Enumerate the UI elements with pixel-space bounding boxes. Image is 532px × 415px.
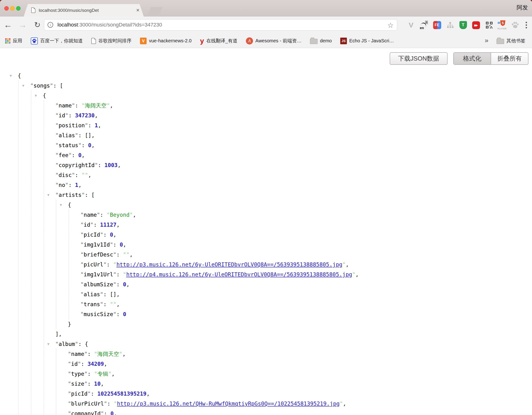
paw-extension-icon[interactable] [509,20,522,30]
json-line: "name": "海阔天空", [68,349,532,359]
bookmark-youdao[interactable]: y 在线翻译_有道 [200,38,238,44]
url-path: :3000/music/songDetail?ids=347230 [78,22,162,28]
forward-icon: → [18,17,28,34]
other-bookmarks-label: 其他书签 [506,38,525,44]
json-url-link[interactable]: http://p3.music.126.net/6y-UleORITEDbvrO… [116,261,342,268]
bookmark-vue-hackernews[interactable]: V vue-hackernews-2.0 [140,38,191,44]
minimize-window-button[interactable] [10,6,15,11]
json-node: ▼"album": {"name": "海阔天空","id": 34209,"t… [55,339,532,415]
json-line: "albumSize": 0, [80,280,532,289]
bookmark-label: Awesomes - 前端资… [255,38,302,44]
bookmark-baidu[interactable]: 百度一下，你就知道 [31,37,83,45]
tampermonkey-shield-icon[interactable]: T [456,20,470,30]
bookmark-label: 应用 [13,38,22,44]
json-line: "type": "专辑", [68,369,532,379]
json-line: ▼{ [68,200,532,210]
close-window-button[interactable] [4,6,9,11]
page-icon [31,7,36,13]
tab-close-icon[interactable]: × [135,7,141,13]
json-line: "picId": 102254581395219, [68,389,532,399]
bookmarks-bar: 应用 百度一下，你就知道 谷歌按时间排序 V vue-hackernews- [0,34,532,48]
collapse-triangle-icon[interactable]: ▼ [35,91,37,101]
bookmark-label: vue-hackernews-2.0 [149,38,191,44]
qr-code-glyph [486,21,493,29]
collapse-triangle-icon[interactable]: ▼ [22,81,24,91]
json-line: "companyId": 0, [68,409,532,415]
collapse-triangle-icon[interactable]: ▼ [47,190,49,200]
bookmark-apps[interactable]: 应用 [5,38,22,44]
json-line: "alias": [], [80,289,532,299]
page-content: 下载JSON数据 格式化 折叠所有 ▼{▼"songs": [▼{"name":… [0,48,532,415]
collapse-triangle-icon[interactable]: ▼ [47,339,49,349]
json-children: ▼{"name": "Beyond","id": 11127,"picId": … [56,200,532,329]
sitemap-extension-icon[interactable] [444,20,456,30]
json-line: ▼{ [18,71,532,81]
download-json-button[interactable]: 下载JSON数据 [390,52,447,65]
translate-extension-icon[interactable]: 英 en [418,20,431,30]
json-line: ▼"songs": [ [30,81,532,91]
sitemap-glyph [447,21,454,29]
json-line: "img1v1Url": "http://p4.music.126.net/6y… [80,270,532,280]
back-icon[interactable]: ← [3,17,13,34]
json-line: ▼"album": { [55,339,532,349]
bookmark-label: 谷歌按时间排序 [98,38,132,44]
json-line: "img1v1Id": 0, [80,240,532,250]
json-line: "name": "海阔天空", [55,101,532,110]
json-children: "name": "Beyond","id": 11127,"picId": 0,… [68,210,532,319]
json-node: ▼{▼"songs": [▼{"name": "海阔天空","id": 3472… [18,71,532,415]
json-children: ▼{"name": "海阔天空","id": 347230,"position"… [31,91,532,415]
bookmark-awesomes[interactable]: A Awesomes - 前端资… [246,37,302,45]
qr-code-extension-icon[interactable] [483,20,496,30]
profile-name[interactable]: 阿发 [517,4,528,11]
json-line: } [68,319,532,329]
bookmark-demo-folder[interactable]: demo [310,38,332,44]
paw-glyph [512,21,519,29]
json-line: "picUrl": "http://p3.music.126.net/6y-Ul… [80,260,532,270]
bookmark-label: Echo JS - JavaScri… [349,38,394,44]
bookmark-echojs[interactable]: JS Echo JS - JavaScri… [340,38,394,44]
bookmark-star-icon[interactable]: ☆ [387,21,394,29]
bookmarks-overflow-icon[interactable]: » [485,34,488,48]
new-tab-button[interactable] [147,7,163,16]
reload-icon[interactable]: ↻ [32,17,43,34]
other-bookmarks-folder[interactable]: 其他书签 [496,34,525,48]
collapse-all-button[interactable]: 折叠所有 [491,53,528,64]
bookmarks-left-group: 应用 百度一下，你就知道 谷歌按时间排序 V vue-hackernews- [5,34,394,48]
json-line: ▼"artists": [ [55,190,532,200]
fast-forward-extension-icon[interactable]: ▶▶ [470,20,483,30]
json-line: "id": 347230, [55,110,532,120]
json-url-link[interactable]: http://p3.music.126.net/QHw-RuMwfQkmqtiy… [117,401,340,407]
html5-player-extension-icon[interactable]: 5 PLAYER [496,20,509,30]
collapse-triangle-icon[interactable]: ▼ [60,200,62,210]
site-info-icon[interactable]: i [48,22,53,28]
url-text: localhost:3000/music/songDetail?ids=3472… [57,19,162,30]
view-mode-segmented-control: 格式化 折叠所有 [453,52,528,65]
json-node: ▼{"name": "海阔天空","id": 347230,"position"… [43,91,532,415]
tab-title-fade [114,4,134,17]
apps-grid-icon [5,38,10,44]
browser-toolbar: ← → ↻ i localhost:3000/music/songDetail?… [0,17,532,34]
bookmark-google-sort[interactable]: 谷歌按时间排序 [91,38,132,44]
fe-extension-icon[interactable]: FE [431,20,444,30]
address-bar[interactable]: i localhost:3000/music/songDetail?ids=34… [44,19,397,30]
json-children: "name": "海阔天空","id": 347230,"position": … [44,101,532,415]
url-host: localhost [57,22,78,28]
json-line: "id": 34209, [68,359,532,369]
vue-devtools-icon[interactable]: V [405,20,418,30]
bookmark-label: 百度一下，你就知道 [40,38,83,44]
json-line: ], [55,329,532,339]
zoom-window-button[interactable] [16,6,20,11]
bookmark-label: demo [320,38,332,44]
json-line: "trans": "", [80,299,532,309]
json-line: "position": 1, [55,120,532,130]
json-url-link[interactable]: http://p4.music.126.net/6y-UleORITEDbvrO… [126,271,352,278]
collapse-triangle-icon[interactable]: ▼ [10,71,12,81]
json-node: ▼"songs": [▼{"name": "海阔天空","id": 347230… [30,81,532,415]
browser-tab[interactable]: localhost:3000/music/songDet × [24,4,144,17]
html5-shield-glyph: 5 [500,20,505,26]
json-line: "picId": 0, [80,230,532,240]
browser-menu-icon[interactable] [522,20,531,30]
format-button[interactable]: 格式化 [454,53,491,64]
youdao-y-icon: y [200,38,204,44]
json-line: "status": 0, [55,140,532,150]
